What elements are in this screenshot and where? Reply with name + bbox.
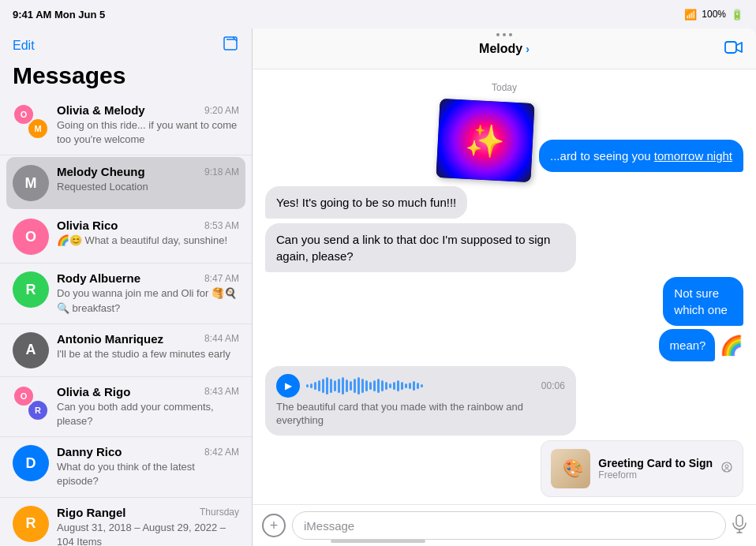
sent-bubble: Not sure which one <box>663 277 743 326</box>
chat-area: Melody › Today ✨ ...a <box>253 28 756 546</box>
edit-button[interactable]: Edit <box>13 39 35 53</box>
conv-name: Danny Rico <box>57 445 122 458</box>
waveform-bar <box>397 380 399 391</box>
conversation-item[interactable]: O Olivia Rico 8:53 AM 🌈😊 What a beautifu… <box>0 211 252 264</box>
waveform-bar <box>385 382 387 390</box>
svg-point-5 <box>722 462 732 472</box>
waveform-bar <box>401 382 403 390</box>
conv-content: Olivia & Melody 9:20 AM Going on this ri… <box>57 103 239 147</box>
sent-bubble-2: mean? <box>659 329 715 361</box>
conv-top: Antonio Manriquez 8:44 AM <box>57 332 239 346</box>
microphone-button[interactable] <box>732 514 747 537</box>
waveform-bar <box>405 383 407 388</box>
conv-content: Olivia Rico 8:53 AM 🌈😊 What a beautiful … <box>57 219 239 248</box>
drag-dots <box>496 33 512 36</box>
waveform-bar <box>421 384 423 387</box>
wifi-icon: 📶 <box>684 9 697 21</box>
conversation-item[interactable]: R Rody Albuerne 8:47 AM Do you wanna joi… <box>0 264 252 323</box>
conv-time: 8:53 AM <box>204 220 239 231</box>
conv-name: Melody Cheung <box>57 165 145 178</box>
bubble-link[interactable]: tomorrow night <box>654 149 732 163</box>
add-attachment-button[interactable]: + <box>262 514 286 537</box>
link-preview-row: 🎨 Greeting Card to Sign Freeform <box>265 440 743 497</box>
bubble-text: Can you send a link to that doc I'm supp… <box>276 233 550 263</box>
waveform-bar <box>377 379 380 393</box>
voice-caption: The beautiful card that you made with th… <box>276 401 565 428</box>
waveform <box>306 376 535 395</box>
waveform-bar <box>417 383 419 389</box>
avatar: D <box>13 445 49 481</box>
avatar-1: O <box>13 103 35 125</box>
avatar-group: O R <box>13 385 49 421</box>
waveform-bar <box>330 379 332 393</box>
conversation-item[interactable]: D Danny Rico 8:42 AM What do you think o… <box>0 437 252 497</box>
conv-top: Rody Albuerne 8:47 AM <box>57 271 239 285</box>
conversation-item[interactable]: O R Olivia & Rigo 8:43 AM Can you both a… <box>0 377 252 437</box>
conv-time: 8:47 AM <box>204 273 239 284</box>
conv-content: Olivia & Rigo 8:43 AM Can you both add y… <box>57 385 239 428</box>
message-row-image: ✨ ...ard to seeing you tomorrow night <box>265 101 743 180</box>
svg-rect-7 <box>736 515 743 526</box>
voice-duration: 00:06 <box>541 380 565 391</box>
video-call-button[interactable] <box>724 39 743 59</box>
link-subtitle: Freeform <box>598 469 713 481</box>
chat-messages: Today ✨ ...ard to seeing you tomorrow ni… <box>253 69 756 504</box>
waveform-bar <box>369 382 372 390</box>
conversation-item-active[interactable]: M Melody Cheung 9:18 AM Requested Locati… <box>6 157 245 209</box>
message-row: Not sure which one mean? 🌈 <box>265 277 743 361</box>
conv-name: Rigo Rangel <box>57 506 126 519</box>
svg-rect-3 <box>725 42 736 53</box>
link-preview[interactable]: 🎨 Greeting Card to Sign Freeform <box>541 440 743 497</box>
message-row: Yes! It's going to be so much fun!!! <box>265 186 743 219</box>
sidebar-header: Edit <box>0 28 252 59</box>
message-input[interactable]: iMessage <box>292 511 726 540</box>
conv-top: Olivia Rico 8:53 AM <box>57 219 239 232</box>
compose-button[interactable] <box>222 35 239 56</box>
battery-icon: 🔋 <box>731 9 743 21</box>
link-share-icon <box>720 461 733 477</box>
waveform-bar <box>338 379 340 393</box>
conv-top: Olivia & Rigo 8:43 AM <box>57 385 239 398</box>
avatar: R <box>13 271 49 308</box>
rainbow-emoji: 🌈 <box>720 335 743 357</box>
voice-message: ▶ 00:06 The beautiful card that you made… <box>265 366 576 436</box>
home-indicator <box>331 540 425 543</box>
conv-time: 8:43 AM <box>204 386 239 397</box>
conversation-item[interactable]: A Antonio Manriquez 8:44 AM I'll be at t… <box>0 324 252 377</box>
avatar: O <box>13 219 49 255</box>
waveform-bar <box>373 380 376 391</box>
avatar: A <box>13 332 49 368</box>
conv-content: Rody Albuerne 8:47 AM Do you wanna join … <box>57 271 239 315</box>
waveform-bar <box>306 384 309 387</box>
waveform-bar <box>326 377 328 395</box>
conv-preview: I'll be at the studio a few minutes earl… <box>57 347 239 361</box>
waveform-bar <box>318 380 320 391</box>
waveform-bar <box>354 379 356 393</box>
rainbow-row: mean? 🌈 <box>657 329 743 361</box>
waveform-bar <box>342 377 344 395</box>
conv-content: Antonio Manriquez 8:44 AM I'll be at the… <box>57 332 239 361</box>
play-button[interactable]: ▶ <box>276 374 300 398</box>
waveform-bar <box>350 381 352 391</box>
waveform-bar <box>389 383 391 388</box>
avatar: M <box>13 165 49 201</box>
chat-title[interactable]: Melody › <box>479 42 530 56</box>
conversation-item[interactable]: O M Olivia & Melody 9:20 AM Going on thi… <box>0 95 252 155</box>
conv-preview: 🌈😊 What a beautiful day, sunshine! <box>57 234 239 248</box>
received-bubble: Can you send a link to that doc I'm supp… <box>265 223 576 272</box>
conv-name: Rody Albuerne <box>57 271 140 285</box>
avatar: R <box>13 506 49 542</box>
conv-top: Olivia & Melody 9:20 AM <box>57 103 239 117</box>
conversation-item[interactable]: R Rigo Rangel Thursday August 31, 2018 –… <box>0 498 252 547</box>
waveform-bar <box>365 380 368 391</box>
avatar-group: O M <box>13 103 49 140</box>
waveform-bar <box>413 381 415 391</box>
link-info: Greeting Card to Sign Freeform <box>598 457 713 481</box>
sent-bubble: ...ard to seeing you tomorrow night <box>539 140 743 172</box>
chat-header: Melody › <box>253 28 756 69</box>
conv-name: Olivia & Melody <box>57 103 145 117</box>
firework-image: ✨ <box>436 99 534 182</box>
input-placeholder: iMessage <box>304 519 354 533</box>
voice-controls: ▶ 00:06 <box>276 374 565 398</box>
waveform-bar <box>361 379 364 393</box>
